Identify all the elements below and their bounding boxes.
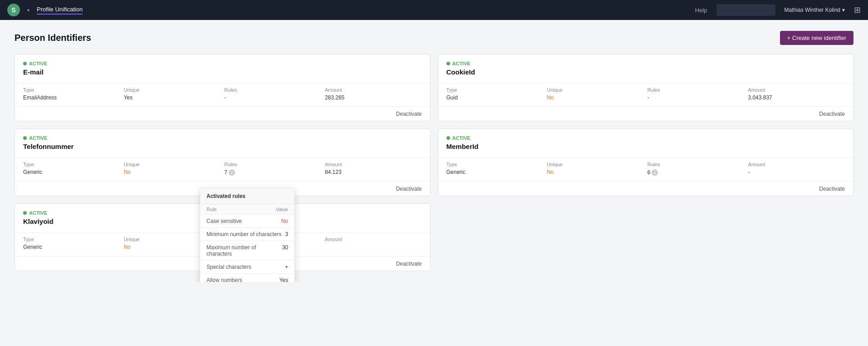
rules-info-icon[interactable]: i [229,169,235,176]
card-email: ACTIVE E-mail Type EmailAddress Unique Y… [15,54,431,121]
grid-icon[interactable]: ⊞ [854,5,861,15]
user-name: Mathias Winther Kolind [785,7,840,13]
popup-title: Activated rules [200,188,294,204]
user-menu[interactable]: Mathias Winther Kolind ▾ [785,7,845,13]
deactivate-telefonnummer-button[interactable]: Deactivate [396,186,422,192]
topnav-right: Help Mathias Winther Kolind ▾ ⊞ [695,4,861,16]
status-label: ACTIVE [452,135,471,141]
status-label: ACTIVE [29,61,47,66]
card-cookieid: ACTIVE CookieId Type Guid Unique No Rule… [438,54,854,121]
field-amount: Amount 3.043.837 [748,87,845,101]
page-title: Person Identifiers [15,33,91,43]
popup-row-label: Case sensitive [206,218,242,224]
popup-row-label: Minimum number of characters [206,231,281,237]
card-memberid-status: ACTIVE [446,135,845,141]
logo[interactable]: S [7,4,20,16]
nav-title: Profile Unification [37,6,83,15]
status-label: ACTIVE [29,135,47,141]
card-email-name: E-mail [23,68,422,76]
field-unique: Unique No [124,162,221,176]
nav-arrow: ▾ [27,8,29,13]
card-telefonnummer: ACTIVE Telefonnummer Type Generic Unique… [15,129,431,196]
card-telefonnummer-header: ACTIVE Telefonnummer [15,129,430,154]
topnav: S ▾ Profile Unification Help Mathias Win… [0,0,868,20]
create-identifier-button[interactable]: + Create new identifier [780,31,853,45]
field-rules: Rules 6 i [647,162,745,176]
card-cookieid-footer: Deactivate [438,106,853,121]
field-type: Type Generic [23,162,120,176]
field-amount: Amount [325,237,422,251]
status-dot [23,62,27,65]
card-email-header: ACTIVE E-mail [15,54,430,79]
popup-row-value: 3 [285,231,288,237]
field-amount: Amount - [748,162,845,176]
popup-row-2: Maximum number of characters 30 [200,241,294,261]
deactivate-email-button[interactable]: Deactivate [396,111,422,117]
popup-row-label: Allow numbers [206,277,242,282]
popup-row-0: Case sensitive No [200,215,294,228]
field-type: Type Guid [446,87,544,101]
field-unique: Unique Yes [124,87,221,101]
col-value: Value [276,207,288,212]
card-cookieid-fields: Type Guid Unique No Rules - Amount 3.043… [438,83,853,106]
deactivate-memberid-button[interactable]: Deactivate [819,186,845,192]
status-label: ACTIVE [452,61,471,66]
rules-value: 7 [224,169,227,176]
popup-row-4: Allow numbers Yes [200,274,294,282]
logo-letter: S [11,6,15,14]
field-amount: Amount 283.265 [325,87,422,101]
card-email-status: ACTIVE [23,61,422,66]
card-memberid-header: ACTIVE MemberId [438,129,853,154]
cards-grid: ACTIVE E-mail Type EmailAddress Unique Y… [15,54,853,271]
field-type: Type Generic [23,237,120,251]
status-dot [23,136,27,140]
popup-row-value: + [285,264,288,270]
popup-row-value: No [281,218,288,224]
popup-row-value: Yes [279,277,288,282]
field-type: Type EmailAddress [23,87,120,101]
card-cookieid-status: ACTIVE [446,61,845,66]
card-memberid: ACTIVE MemberId Type Generic Unique No R… [438,129,854,196]
field-unique: Unique No [547,87,644,101]
card-cookieid-name: CookieId [446,68,845,76]
status-dot [446,136,450,140]
deactivate-klaviyoid-button[interactable]: Deactivate [396,261,422,267]
popup-row-value: 30 [282,244,288,257]
main-content: Person Identifiers + Create new identifi… [0,20,868,282]
card-telefonnummer-fields: Type Generic Unique No Rules 7 i Amount [15,158,430,181]
field-rules: Rules 7 i [224,162,321,176]
popup-container: Activated rules Rule Value Case sensitiv… [200,188,295,282]
card-memberid-footer: Deactivate [438,181,853,196]
rules-info-icon[interactable]: i [652,169,658,176]
field-amount: Amount 84.123 [325,162,422,176]
popup-col-header: Rule Value [200,204,294,215]
col-rule: Rule [206,207,217,212]
page-header: Person Identifiers + Create new identifi… [15,31,853,45]
popup-row-label: Maximum number of characters [206,244,282,257]
status-dot [446,62,450,65]
card-email-fields: Type EmailAddress Unique Yes Rules - Amo… [15,83,430,106]
popup-row-label: Special characters [206,264,251,270]
card-memberid-fields: Type Generic Unique No Rules 6 i Amount [438,158,853,181]
popup-row-1: Minimum number of characters 3 [200,228,294,241]
field-rules: Rules - [647,87,745,101]
field-rules: Rules - [224,87,321,101]
field-type: Type Generic [446,162,544,176]
card-telefonnummer-status: ACTIVE [23,135,422,141]
card-memberid-name: MemberId [446,143,845,150]
search-input[interactable] [716,4,775,16]
user-arrow: ▾ [842,7,845,13]
status-dot [23,211,27,215]
rules-value: 6 [647,169,651,176]
help-link[interactable]: Help [695,7,707,14]
card-cookieid-header: ACTIVE CookieId [438,54,853,79]
card-telefonnummer-name: Telefonnummer [23,143,422,150]
rules-popup: Activated rules Rule Value Case sensitiv… [200,188,295,282]
card-email-footer: Deactivate [15,106,430,121]
deactivate-cookieid-button[interactable]: Deactivate [819,111,845,117]
field-unique: Unique No [547,162,644,176]
popup-row-3: Special characters + [200,261,294,274]
status-label: ACTIVE [29,210,47,216]
